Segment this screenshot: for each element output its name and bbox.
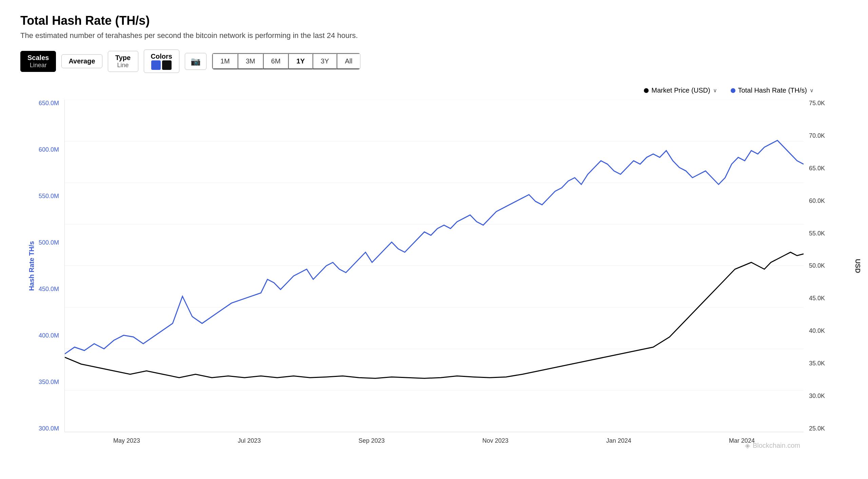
y-tick-right: 45.0K: [809, 295, 825, 302]
timeframe-btn-1m[interactable]: 1M: [212, 53, 238, 69]
y-axis-left-label: Hash Rate TH/s: [28, 241, 36, 291]
legend-label: Total Hash Rate (TH/s): [738, 87, 807, 94]
y-tick-right: 35.0K: [809, 360, 825, 367]
timeframe-btn-all[interactable]: All: [337, 53, 360, 69]
average-button[interactable]: Average: [61, 54, 102, 68]
y-tick-right: 75.0K: [809, 100, 825, 107]
x-tick: Jan 2024: [606, 437, 631, 444]
timeframe-btn-3m[interactable]: 3M: [238, 53, 263, 69]
y-tick-right: 60.0K: [809, 197, 825, 205]
y-tick-left: 450.0M: [39, 286, 59, 293]
y-tick-right: 55.0K: [809, 230, 825, 237]
legend-dot: [644, 88, 649, 93]
camera-icon: 📷: [191, 57, 201, 66]
timeframe-btn-6m[interactable]: 6M: [263, 53, 289, 69]
timeframe-btn-3y[interactable]: 3Y: [313, 53, 337, 69]
y-tick-right: 30.0K: [809, 392, 825, 400]
y-tick-right: 65.0K: [809, 165, 825, 172]
chevron-down-icon[interactable]: ∨: [713, 87, 717, 94]
type-button[interactable]: Type Line: [108, 51, 138, 72]
color-swatch-2[interactable]: [162, 60, 172, 70]
y-tick-right: 50.0K: [809, 262, 825, 269]
y-axis-right-label: USD: [853, 259, 861, 273]
y-tick-left: 500.0M: [39, 239, 59, 246]
legend-dot: [731, 88, 735, 93]
y-tick-left: 650.0M: [39, 100, 59, 107]
color-swatch-1[interactable]: [151, 60, 161, 70]
scales-button[interactable]: Scales Linear: [20, 51, 56, 72]
y-tick-right: 40.0K: [809, 327, 825, 334]
chevron-down-icon[interactable]: ∨: [810, 87, 814, 94]
x-tick: May 2023: [113, 437, 140, 444]
chart-main: [64, 100, 804, 432]
chart-area: Market Price (USD) ∨ Total Hash Rate (TH…: [20, 87, 848, 460]
toolbar: Scales Linear Average Type Line Colors 📷…: [20, 50, 848, 73]
colors-button[interactable]: Colors: [144, 50, 179, 73]
y-tick-left: 550.0M: [39, 193, 59, 200]
colors-label: Colors: [151, 53, 172, 60]
color-swatches: [151, 60, 172, 70]
page-title: Total Hash Rate (TH/s): [20, 14, 848, 28]
camera-button[interactable]: 📷: [185, 53, 206, 70]
watermark-icon: ◈: [745, 441, 750, 449]
x-tick: Sep 2023: [358, 437, 384, 444]
chart-wrapper: Hash Rate TH/s 650.0M600.0M550.0M500.0M4…: [20, 100, 848, 432]
y-tick-left: 350.0M: [39, 379, 59, 386]
page-subtitle: The estimated number of terahashes per s…: [20, 31, 848, 40]
y-tick-left: 600.0M: [39, 146, 59, 153]
y-axis-right: 75.0K70.0K65.0K60.0K55.0K50.0K45.0K40.0K…: [804, 100, 848, 432]
watermark: ◈ Blockchain.com: [745, 441, 800, 449]
y-tick-right: 70.0K: [809, 132, 825, 139]
watermark-text: Blockchain.com: [753, 442, 800, 449]
y-tick-right: 25.0K: [809, 425, 825, 432]
x-tick: Jul 2023: [238, 437, 261, 444]
y-tick-left: 400.0M: [39, 332, 59, 339]
timeframe-btn-1y[interactable]: 1Y: [288, 53, 312, 69]
y-tick-left: 300.0M: [39, 425, 59, 432]
legend-label: Market Price (USD): [651, 87, 710, 94]
chart-legend: Market Price (USD) ∨ Total Hash Rate (TH…: [20, 87, 848, 94]
legend-item: Market Price (USD) ∨: [644, 87, 717, 94]
y-axis-left: Hash Rate TH/s 650.0M600.0M550.0M500.0M4…: [20, 100, 64, 432]
legend-item: Total Hash Rate (TH/s) ∨: [731, 87, 814, 94]
x-tick: Nov 2023: [482, 437, 509, 444]
timeframe-selector: 1M3M6M1Y3YAll: [212, 53, 360, 70]
